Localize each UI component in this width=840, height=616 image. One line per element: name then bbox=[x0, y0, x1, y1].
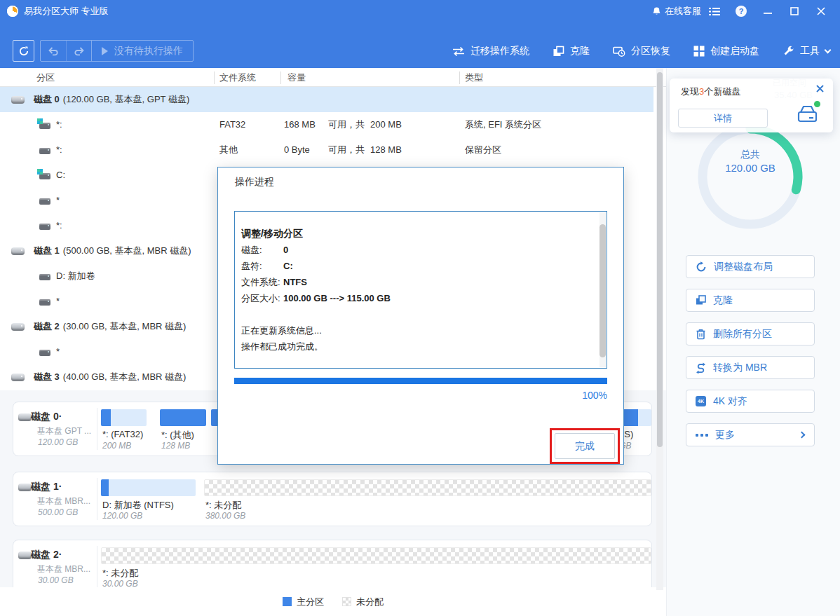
total-value: 120.00 GB bbox=[698, 162, 803, 174]
chevron-right-icon bbox=[799, 432, 806, 439]
disk-card-name: 磁盘 0· bbox=[31, 411, 62, 423]
capacity-total: 200 MB bbox=[370, 112, 402, 137]
adjust-layout-button[interactable]: 调整磁盘布局 bbox=[686, 255, 815, 278]
migrate-os-label: 迁移操作系统 bbox=[470, 45, 529, 57]
undo-button[interactable] bbox=[41, 41, 66, 61]
app-logo-icon bbox=[7, 6, 18, 17]
partition-bar bbox=[160, 409, 206, 426]
partition-segment[interactable]: D: 新加卷 (NTFS) 120.00 GB bbox=[101, 472, 196, 527]
minimize-icon bbox=[764, 8, 772, 15]
unallocated-swatch bbox=[342, 597, 351, 606]
disk-name: 磁盘 1(500.00 GB, 基本盘, MBR 磁盘) bbox=[34, 238, 191, 263]
disk-icon bbox=[18, 552, 32, 559]
partition-type: 系统, EFI 系统分区 bbox=[465, 112, 541, 137]
disk-icon bbox=[11, 96, 25, 104]
disk-card-name: 磁盘 2· bbox=[31, 549, 62, 561]
history-group: 没有待执行操作 bbox=[40, 40, 194, 62]
minimize-button[interactable] bbox=[754, 0, 781, 22]
disk2-card[interactable]: 磁盘 2· 基本盘 MBR... 30.00 GB *: 未分配 30.00 G… bbox=[13, 540, 652, 594]
disk-card-type: 基本盘 GPT ... bbox=[37, 425, 91, 437]
log-line: 盘符:C: bbox=[241, 258, 391, 274]
more-button[interactable]: 更多 bbox=[686, 423, 815, 446]
legend-primary-label: 主分区 bbox=[297, 596, 324, 608]
online-service-button[interactable]: 在线客服 bbox=[651, 5, 701, 18]
partition-name: *: bbox=[56, 213, 62, 238]
pending-label: 没有待执行操作 bbox=[114, 45, 183, 57]
legend-unallocated-label: 未分配 bbox=[356, 596, 384, 608]
adjust-layout-label: 调整磁盘布局 bbox=[714, 261, 773, 273]
app-title: 易我分区大师 专业版 bbox=[24, 5, 109, 18]
maximize-button[interactable] bbox=[781, 0, 808, 22]
operation-list-button[interactable] bbox=[701, 0, 728, 22]
total-label: 总共 bbox=[698, 149, 803, 161]
partition-icon bbox=[39, 224, 50, 230]
help-icon: ? bbox=[736, 6, 747, 17]
notification-close-icon[interactable] bbox=[816, 85, 824, 93]
log-line: 分区大小:100.00 GB ---> 115.00 GB bbox=[241, 290, 391, 306]
partition-size: 200 MB bbox=[102, 441, 131, 451]
table-row-disk0[interactable]: 磁盘 0(120.00 GB, 基本盘, GPT 磁盘) bbox=[0, 87, 653, 112]
partition-name: D: 新加卷 bbox=[56, 263, 95, 289]
done-button[interactable]: 完成 bbox=[555, 433, 615, 459]
more-label: 更多 bbox=[715, 429, 735, 442]
column-type: 类型 bbox=[465, 68, 483, 87]
new-disk-badge bbox=[814, 101, 820, 107]
disk-card-size: 30.00 GB bbox=[38, 575, 74, 585]
disk-card-type: 基本盘 MBR... bbox=[37, 563, 90, 575]
partition-recovery-label: 分区恢复 bbox=[631, 45, 670, 57]
table-row-partition[interactable]: *: FAT32 168 MB 可用，共 200 MB 系统, EFI 系统分区 bbox=[0, 112, 653, 137]
clone-button[interactable]: 克隆 bbox=[553, 45, 590, 57]
legend: 主分区 未分配 bbox=[0, 587, 666, 616]
help-button[interactable]: ? bbox=[728, 0, 754, 22]
system-partition-icon bbox=[39, 123, 50, 129]
create-bootable-button[interactable]: 创建启动盘 bbox=[693, 45, 759, 57]
partition-size: 120.00 GB bbox=[102, 511, 142, 521]
primary-partition-swatch bbox=[283, 597, 292, 606]
progress-bar bbox=[234, 378, 607, 384]
4k-align-button[interactable]: 4K 4K 对齐 bbox=[686, 390, 815, 413]
convert-to-mbr-button[interactable]: 转换为 MBR bbox=[686, 356, 815, 379]
log-status-line: 正在更新系统信息... bbox=[241, 322, 391, 338]
details-button[interactable]: 详情 bbox=[678, 109, 768, 128]
partition-label: D: 新加卷 (NTFS) bbox=[102, 499, 174, 512]
refresh-button[interactable] bbox=[13, 40, 34, 62]
column-divider bbox=[214, 71, 215, 84]
partition-name: * bbox=[56, 339, 60, 364]
refresh-icon bbox=[18, 46, 29, 57]
list-icon bbox=[709, 7, 720, 16]
execute-pending-button[interactable]: 没有待执行操作 bbox=[91, 41, 193, 61]
partition-recovery-button[interactable]: 分区恢复 bbox=[613, 45, 670, 57]
partition-segment[interactable]: *: (其他) 128 MB bbox=[160, 402, 206, 457]
clone-icon bbox=[696, 295, 706, 306]
close-button[interactable] bbox=[808, 0, 834, 22]
column-capacity: 容量 bbox=[287, 68, 306, 87]
tools-button[interactable]: 工具 bbox=[783, 45, 830, 57]
trash-icon bbox=[696, 329, 706, 340]
disk1-card[interactable]: 磁盘 1· 基本盘 MBR... 500.00 GB D: 新加卷 (NTFS)… bbox=[13, 472, 652, 526]
partition-label: *: (其他) bbox=[161, 429, 194, 442]
partition-size: 128 MB bbox=[161, 441, 190, 451]
delete-all-partitions-button[interactable]: 删除所有分区 bbox=[686, 322, 815, 345]
migrate-os-button[interactable]: 迁移操作系统 bbox=[452, 45, 529, 57]
partition-label: *: (FAT32) bbox=[102, 429, 143, 439]
wrench-icon bbox=[783, 46, 794, 57]
main-scrollbar-thumb[interactable] bbox=[657, 72, 663, 447]
partition-icon bbox=[39, 299, 50, 306]
partition-segment[interactable]: *: (FAT32) 200 MB bbox=[101, 402, 147, 457]
close-icon bbox=[817, 7, 825, 15]
redo-button[interactable] bbox=[66, 41, 91, 61]
partition-icon bbox=[39, 148, 50, 154]
unallocated-segment[interactable]: *: 未分配 380.00 GB bbox=[204, 472, 651, 527]
clone-disk-button[interactable]: 克隆 bbox=[686, 289, 815, 312]
progress-percent: 100% bbox=[234, 390, 607, 401]
disk-card-name: 磁盘 1· bbox=[31, 481, 62, 493]
partition-name: *: bbox=[56, 137, 62, 163]
partition-label: *: 未分配 bbox=[205, 499, 241, 512]
log-status-line: 操作都已成功完成。 bbox=[241, 338, 391, 355]
disk-card-size: 120.00 GB bbox=[38, 437, 78, 447]
partition-type: 保留分区 bbox=[465, 137, 501, 163]
partition-bar bbox=[101, 479, 196, 496]
table-row-partition[interactable]: *: 其他 0 Byte 可用，共 128 MB 保留分区 bbox=[0, 137, 653, 163]
log-scrollbar-thumb[interactable] bbox=[599, 224, 606, 357]
play-icon bbox=[102, 47, 108, 55]
